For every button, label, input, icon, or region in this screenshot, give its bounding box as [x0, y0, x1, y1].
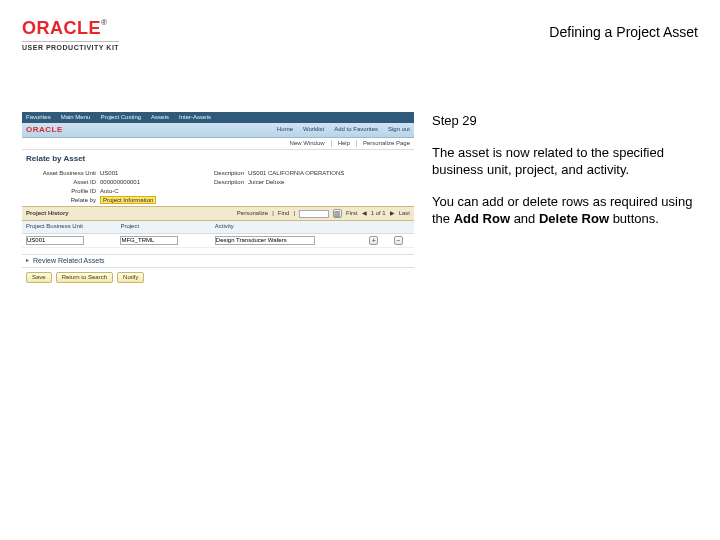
- value-desc2: Juicer Deluxe: [248, 179, 402, 186]
- grid-last[interactable]: Last: [399, 210, 410, 217]
- nav-project-costing[interactable]: Project Costing: [100, 114, 141, 121]
- link-add-favorites[interactable]: Add to Favorites: [334, 126, 378, 133]
- grid-find[interactable]: Find: [278, 210, 290, 217]
- value-desc1: US001 CALIFORNIA OPERATIONS: [248, 170, 402, 177]
- value-relate-by[interactable]: Project Information: [100, 196, 156, 204]
- page-title: Defining a Project Asset: [549, 24, 698, 40]
- nav-favorites[interactable]: Favorites: [26, 114, 51, 121]
- grid-header: Project History Personalize | Find | ▥ F…: [22, 206, 414, 221]
- delete-row-button[interactable]: −: [394, 236, 403, 245]
- nav-inter-assets[interactable]: Inter-Assets: [179, 114, 211, 121]
- col-project-bu[interactable]: Project Business Unit: [22, 221, 116, 233]
- save-button[interactable]: Save: [26, 272, 52, 283]
- project-history-table: Project Business Unit Project Activity +…: [22, 221, 414, 247]
- app-oracle-logo: ORACLE: [26, 125, 63, 135]
- section-review-related-assets[interactable]: ▸ Review Related Assets: [22, 254, 414, 268]
- section-title: Relate by Asset: [22, 150, 414, 168]
- nav-assets[interactable]: Assets: [151, 114, 169, 121]
- col-project[interactable]: Project: [116, 221, 210, 233]
- link-home[interactable]: Home: [277, 126, 293, 133]
- table-header-row: Project Business Unit Project Activity: [22, 221, 414, 233]
- app-brand-bar: ORACLE Home Worklist Add to Favorites Si…: [22, 123, 414, 138]
- instruction-panel: Step 29 The asset is now related to the …: [432, 112, 698, 287]
- cell-activity[interactable]: [215, 236, 315, 245]
- app-topnav: Favorites Main Menu Project Costing Asse…: [22, 112, 414, 123]
- grid-first[interactable]: First: [346, 210, 358, 217]
- oracle-upk-logo: ORACLE® USER PRODUCTIVITY KIT: [22, 18, 119, 51]
- label-relate-by: Relate by: [34, 197, 96, 204]
- instruction-p2: You can add or delete rows as required u…: [432, 193, 698, 228]
- grid-pager: 1 of 1: [371, 210, 386, 217]
- app-subbar: New Window Help Personalize Page: [22, 138, 414, 150]
- cell-project[interactable]: [120, 236, 178, 245]
- link-personalize-page[interactable]: Personalize Page: [356, 140, 410, 147]
- logo-subtitle: USER PRODUCTIVITY KIT: [22, 41, 119, 51]
- instruction-p1: The asset is now related to the specifie…: [432, 144, 698, 179]
- grid-tab-project-history[interactable]: Project History: [26, 210, 69, 217]
- notify-button[interactable]: Notify: [117, 272, 144, 283]
- expand-icon: ▸: [26, 257, 29, 264]
- cell-project-bu[interactable]: [26, 236, 84, 245]
- app-screenshot: Favorites Main Menu Project Costing Asse…: [22, 112, 414, 287]
- grid-view-all-icon[interactable]: [299, 210, 329, 218]
- value-profile-id: Auto-C: [100, 188, 190, 195]
- col-activity[interactable]: Activity: [211, 221, 366, 233]
- link-new-window[interactable]: New Window: [284, 140, 325, 147]
- label-desc2: Description: [194, 179, 244, 186]
- content-row: Favorites Main Menu Project Costing Asse…: [22, 112, 698, 287]
- action-row: Save Return to Search Notify: [22, 268, 414, 287]
- label-profile-id: Profile ID: [34, 188, 96, 195]
- return-to-search-button[interactable]: Return to Search: [56, 272, 113, 283]
- collapsed-title: Review Related Assets: [33, 257, 105, 265]
- nav-main-menu[interactable]: Main Menu: [61, 114, 91, 121]
- link-worklist[interactable]: Worklist: [303, 126, 324, 133]
- grid-next-icon[interactable]: ▶: [390, 210, 395, 217]
- value-business-unit: US001: [100, 170, 190, 177]
- form-grid: Asset Business Unit US001 Description US…: [22, 168, 414, 207]
- grid-prev-icon[interactable]: ◀: [362, 210, 367, 217]
- download-icon[interactable]: ▥: [333, 209, 342, 218]
- trademark-icon: ®: [101, 18, 107, 27]
- oracle-wordmark: ORACLE: [22, 18, 101, 38]
- bold-delete-row: Delete Row: [539, 211, 609, 226]
- bold-add-row: Add Row: [454, 211, 510, 226]
- label-desc1: Description: [194, 170, 244, 177]
- step-label: Step 29: [432, 112, 698, 130]
- label-business-unit: Asset Business Unit: [34, 170, 96, 177]
- link-help[interactable]: Help: [331, 140, 350, 147]
- link-sign-out[interactable]: Sign out: [388, 126, 410, 133]
- page-header: ORACLE® USER PRODUCTIVITY KIT Defining a…: [22, 18, 698, 51]
- table-row: + −: [22, 233, 414, 247]
- value-asset-id: 000000000001: [100, 179, 190, 186]
- label-asset-id: Asset ID: [34, 179, 96, 186]
- grid-personalize[interactable]: Personalize: [237, 210, 268, 217]
- add-row-button[interactable]: +: [369, 236, 378, 245]
